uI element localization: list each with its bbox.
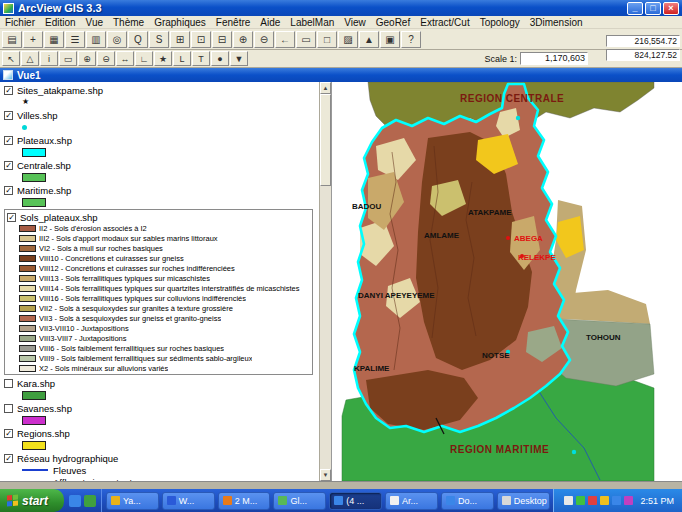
theme-properties-button[interactable]: ▦ [44, 31, 64, 48]
tray-icon-3[interactable] [588, 496, 597, 505]
chart-button[interactable]: ▲ [359, 31, 379, 48]
menu-item[interactable]: Edition [40, 17, 81, 28]
pointer-tool[interactable]: ↖ [2, 51, 20, 66]
attributes-button[interactable]: ▨ [338, 31, 358, 48]
menu-item[interactable]: Thème [108, 17, 149, 28]
layer-name[interactable]: Sols_plateaux.shp [20, 212, 98, 223]
clear-selection-button[interactable]: □ [317, 31, 337, 48]
layer-name[interactable]: Centrale.shp [17, 160, 71, 171]
edit-legend-button[interactable]: ☰ [65, 31, 85, 48]
scroll-down-button[interactable]: ▼ [320, 469, 331, 481]
layer-checkbox[interactable]: ✓ [4, 454, 13, 463]
layer-name[interactable]: Réseau hydrographique [17, 453, 118, 464]
toc-scrollbar[interactable]: ▲ ▼ [319, 82, 331, 481]
label-amlame: AMLAME [424, 231, 460, 240]
tray-icon-1[interactable] [564, 496, 573, 505]
menu-item[interactable]: Topology [475, 17, 525, 28]
layer-checkbox[interactable]: ✓ [4, 161, 13, 170]
zoom-out-tool[interactable]: ⊖ [97, 51, 115, 66]
help-button[interactable]: ? [401, 31, 421, 48]
hotlink-tool[interactable]: ★ [154, 51, 172, 66]
task-yahoo[interactable]: Ya... [106, 492, 159, 510]
layer-name[interactable]: Sites_atakpame.shp [17, 85, 103, 96]
select-features-button[interactable]: ▭ [296, 31, 316, 48]
task-group-2m[interactable]: 2 M... [218, 492, 271, 510]
quick-launch-browser[interactable] [69, 495, 81, 507]
identify-tool[interactable]: i [40, 51, 58, 66]
pan-tool[interactable]: ↔ [116, 51, 134, 66]
tool-dropdown[interactable]: ▼ [230, 51, 248, 66]
quick-launch-explorer[interactable] [84, 495, 96, 507]
tray-icon-2[interactable] [576, 496, 585, 505]
ville-dot[interactable] [516, 116, 520, 120]
query-builder-button[interactable]: Q [128, 31, 148, 48]
save-project-button[interactable]: ▤ [2, 31, 22, 48]
open-theme-table-button[interactable]: ▥ [86, 31, 106, 48]
zoom-out-button[interactable]: ⊖ [254, 31, 274, 48]
tray-icon-4[interactable] [600, 496, 609, 505]
layer-checkbox[interactable]: ✓ [7, 213, 16, 222]
layer-checkbox[interactable] [4, 379, 13, 388]
layer-name[interactable]: Villes.shp [17, 110, 58, 121]
ville-dot[interactable] [572, 450, 576, 454]
task-group-4[interactable]: (4 ... [329, 492, 382, 510]
measure-tool[interactable]: ∟ [135, 51, 153, 66]
layer-checkbox[interactable]: ✓ [4, 136, 13, 145]
site-dot[interactable] [506, 236, 510, 240]
close-button[interactable]: × [663, 2, 679, 15]
menu-item[interactable]: Fenêtre [211, 17, 255, 28]
layer-name[interactable]: Kara.shp [17, 378, 55, 389]
scroll-thumb[interactable] [320, 94, 331, 186]
layer-checkbox[interactable] [4, 404, 13, 413]
map-view[interactable]: REGION CENTRALE BADOU ATAKPAME AMLAME AB… [332, 82, 682, 481]
text-tool[interactable]: T [192, 51, 210, 66]
tray-icon-6[interactable] [624, 496, 633, 505]
layer-name[interactable]: Maritime.shp [17, 185, 71, 196]
vue1-titlebar[interactable]: Vue1 [0, 68, 682, 82]
menu-item[interactable]: 3Dimension [525, 17, 588, 28]
menu-item[interactable]: Vue [81, 17, 108, 28]
start-button[interactable]: start [0, 489, 64, 512]
layer-checkbox[interactable]: ✓ [4, 186, 13, 195]
layer-checkbox[interactable]: ✓ [4, 111, 13, 120]
task-arcview[interactable]: Ar... [385, 492, 438, 510]
add-theme-button[interactable]: + [23, 31, 43, 48]
layer-name[interactable]: Regions.shp [17, 428, 70, 439]
map-canvas[interactable]: REGION CENTRALE BADOU ATAKPAME AMLAME AB… [332, 82, 682, 481]
layer-name[interactable]: Plateaux.shp [17, 135, 72, 146]
menu-item[interactable]: Aide [255, 17, 285, 28]
task-gl[interactable]: Gl... [273, 492, 326, 510]
layer-checkbox[interactable]: ✓ [4, 429, 13, 438]
select-box-tool[interactable]: ▭ [59, 51, 77, 66]
minimize-button[interactable]: _ [627, 2, 643, 15]
menu-item[interactable]: Fichier [0, 17, 40, 28]
label-tool[interactable]: L [173, 51, 191, 66]
menu-item[interactable]: Graphiques [149, 17, 211, 28]
zoom-in-button[interactable]: ⊕ [233, 31, 253, 48]
maximize-button[interactable]: □ [645, 2, 661, 15]
menu-item[interactable]: LabelMan [285, 17, 339, 28]
find-button[interactable]: ◎ [107, 31, 127, 48]
taskbar: start Ya... W... 2 M... [0, 489, 682, 512]
tray-icon-5[interactable] [612, 496, 621, 505]
vertex-edit-tool[interactable]: △ [21, 51, 39, 66]
menu-item[interactable]: GeoRef [371, 17, 415, 28]
layer-checkbox[interactable]: ✓ [4, 86, 13, 95]
task-word[interactable]: W... [162, 492, 215, 510]
zoom-full-extent-button[interactable]: ⊞ [170, 31, 190, 48]
zoom-in-tool[interactable]: ⊕ [78, 51, 96, 66]
task-document[interactable]: Do... [441, 492, 494, 510]
menu-item[interactable]: Extract/Cut [415, 17, 474, 28]
draw-tool[interactable]: ● [211, 51, 229, 66]
scroll-up-button[interactable]: ▲ [320, 82, 331, 94]
zoom-previous-button[interactable]: ← [275, 31, 295, 48]
scale-input[interactable]: 1,170,603 [520, 52, 588, 65]
layer-name[interactable]: Savanes.shp [17, 403, 72, 414]
task-desktop-toolbar[interactable]: Desktop [497, 492, 550, 510]
zoom-selected-button[interactable]: ⊟ [212, 31, 232, 48]
menu-item[interactable]: View [339, 17, 371, 28]
layout-button[interactable]: ▣ [380, 31, 400, 48]
soil-class-swatch [19, 365, 36, 372]
sql-connect-button[interactable]: S [149, 31, 169, 48]
zoom-active-theme-button[interactable]: ⊡ [191, 31, 211, 48]
